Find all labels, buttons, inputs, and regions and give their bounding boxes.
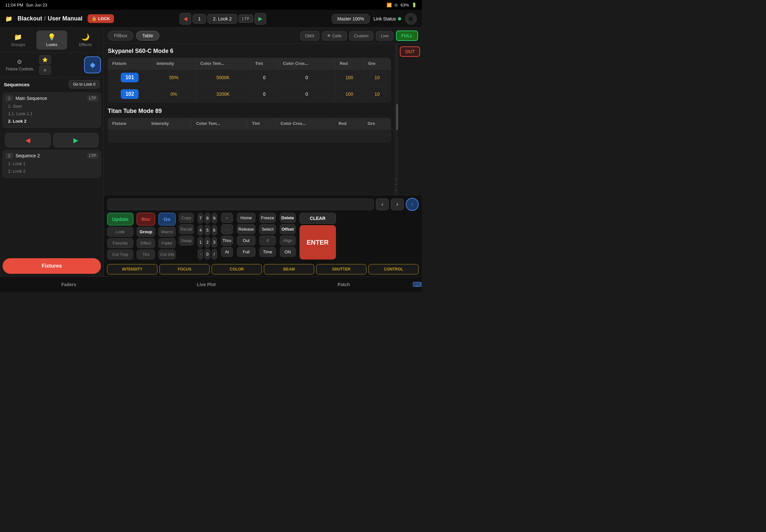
num-8[interactable]: 8	[204, 213, 210, 224]
command-input[interactable]	[107, 199, 374, 210]
full-key[interactable]: Full	[237, 247, 256, 257]
up-button[interactable]: ↑	[406, 198, 419, 211]
swap-button[interactable]: Swap	[179, 236, 194, 246]
master-button[interactable]: Master 100%	[332, 14, 369, 24]
col-green-2: Gre	[363, 118, 391, 129]
attr-beam[interactable]: BEAM	[264, 264, 314, 274]
num-3[interactable]: 3	[212, 237, 217, 248]
keyboard-icon[interactable]: ⌨	[413, 281, 422, 288]
sidebar-tab-looks[interactable]: 💡 Looks	[36, 30, 67, 50]
lock-button[interactable]: 🔒 LOCK	[88, 14, 114, 23]
seq-ltp-2: LTP	[87, 153, 98, 159]
fixture-controls-button[interactable]: ⚙ Fixture Controls	[3, 56, 37, 73]
table-row[interactable]: 101 55% 5000K 0 0 100 10	[108, 69, 391, 86]
scrollbar[interactable]: — — —	[395, 44, 398, 195]
minus-key[interactable]: -	[221, 224, 233, 234]
fader-button[interactable]: Fader	[158, 238, 176, 248]
fixture-controls-label: Fixture Controls	[6, 67, 33, 71]
view-cells-button[interactable]: 👁 Cells	[322, 31, 346, 41]
sidebar-tab-effects[interactable]: 🌙 Effects	[70, 30, 101, 50]
compass-button[interactable]: ⊕	[405, 13, 417, 25]
copy-button[interactable]: Copy	[179, 213, 194, 223]
delete-button[interactable]: Delete	[280, 213, 296, 223]
attr-shutter[interactable]: SHUTTER	[316, 264, 366, 274]
full-button[interactable]: FULL	[396, 30, 418, 41]
go-button[interactable]: Go	[158, 213, 176, 225]
out-button[interactable]: OUT	[400, 46, 420, 57]
release-button[interactable]: Release	[237, 224, 256, 234]
num-5[interactable]: 5	[204, 225, 210, 236]
link-status-indicator	[398, 17, 401, 20]
view-live-button[interactable]: Live	[376, 31, 394, 41]
effect-button[interactable]: Effect	[137, 238, 155, 248]
transport-back-button[interactable]: ◀	[5, 133, 51, 147]
looks-icon: 💡	[48, 33, 56, 41]
recall-button[interactable]: Recall	[179, 224, 194, 234]
num-9[interactable]: 9	[212, 213, 217, 224]
on-button[interactable]: ON	[280, 247, 296, 257]
look-item[interactable]: 1.1. Look 1.1	[6, 110, 98, 117]
red-cell: 100	[335, 86, 363, 103]
prev-cue-button[interactable]: ◀	[179, 13, 191, 25]
look-item-2b[interactable]: 2. Look 2	[6, 167, 98, 175]
clear-button[interactable]: CLEAR	[299, 213, 336, 224]
num-1[interactable]: 1	[198, 237, 203, 248]
num-7[interactable]: 7	[198, 213, 203, 224]
fixture-title-1: Skypanel S60-C Mode 6	[108, 48, 391, 54]
slash-key[interactable]: /	[212, 249, 217, 260]
plus-key[interactable]: +	[221, 213, 233, 223]
num-2[interactable]: 2	[204, 237, 210, 248]
look-item-2a[interactable]: 1. Look 1	[6, 160, 98, 167]
time-button[interactable]: Time	[259, 247, 275, 257]
attr-control[interactable]: CONTROL	[368, 264, 419, 274]
nav-next-button[interactable]: ›	[391, 199, 404, 210]
next-cue-button[interactable]: ▶	[254, 13, 266, 25]
align-button[interactable]: Align	[280, 236, 296, 246]
tint-button[interactable]: Tint	[137, 249, 155, 260]
tint-cell: 0	[250, 86, 278, 103]
tab-pillbox[interactable]: Pillbox	[108, 31, 133, 41]
dot-key[interactable]: ·	[198, 249, 203, 260]
transport-forward-button[interactable]: ▶	[53, 133, 99, 147]
status-time: 11:04 PM	[5, 3, 23, 7]
attr-focus[interactable]: FOCUS	[159, 264, 210, 274]
rec-button[interactable]: Rec	[137, 213, 155, 225]
freeze-button[interactable]: Freeze	[259, 213, 275, 223]
macro-button[interactable]: Macro	[158, 227, 176, 237]
view-custom-button[interactable]: Custom	[349, 31, 373, 41]
group-button[interactable]: Group	[137, 227, 155, 237]
star-button[interactable]: ⭐	[39, 55, 51, 64]
num-4[interactable]: 4	[198, 225, 203, 236]
at-button[interactable]: At	[221, 247, 233, 257]
look-item[interactable]: 1. Start	[6, 103, 98, 110]
table-row[interactable]: 102 0% 3200K 0 0 100 10	[108, 86, 391, 103]
look-item-active[interactable]: 2. Look 2	[6, 117, 98, 125]
nav-live-plot[interactable]: Live Plot	[138, 282, 275, 287]
list-button[interactable]: ≡	[39, 66, 51, 75]
view-dmx-button[interactable]: DMX	[300, 31, 319, 41]
attr-color[interactable]: COLOR	[212, 264, 262, 274]
offset-button[interactable]: Offset	[280, 224, 296, 234]
fixtures-button[interactable]: Fixtures	[3, 258, 101, 274]
tab-table[interactable]: Table	[136, 31, 159, 41]
sidebar-tab-groups[interactable]: 📁 Groups	[3, 30, 34, 50]
favorite-button[interactable]: Favorite	[107, 238, 133, 248]
col-tmp-button[interactable]: Col Tmp	[107, 249, 133, 260]
if-button[interactable]: if	[259, 236, 275, 246]
nav-prev-button[interactable]: ‹	[376, 199, 389, 210]
out-key[interactable]: Out	[237, 236, 256, 246]
enter-button[interactable]: ENTER	[299, 225, 336, 260]
nav-faders[interactable]: Faders	[0, 282, 138, 287]
select-button[interactable]: Select	[259, 224, 275, 234]
look-button[interactable]: Look	[107, 227, 133, 237]
thru-button[interactable]: Thru	[221, 236, 233, 246]
diamond-button[interactable]: ◆	[84, 56, 101, 73]
col-xfd-button[interactable]: Col Xfd	[158, 249, 176, 260]
num-0[interactable]: 0	[204, 249, 210, 260]
home-button[interactable]: Home	[237, 213, 256, 223]
go-to-look-button[interactable]: Go to Look 0	[69, 80, 100, 89]
update-button[interactable]: Update	[107, 213, 133, 225]
attr-intensity[interactable]: INTENSITY	[107, 264, 157, 274]
num-6[interactable]: 6	[212, 225, 217, 236]
nav-patch[interactable]: Patch	[275, 282, 413, 287]
